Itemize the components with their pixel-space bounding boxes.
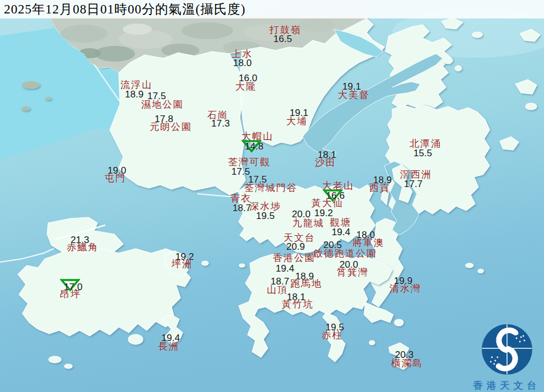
station-temp-value: 16.5 xyxy=(273,34,292,44)
weather-map-page: 16.5打鼓嶺18.0上水16.0大隴18.9流浮山17.5濕地公園17.8元朗… xyxy=(0,0,544,392)
station-name-label: 跑馬地 xyxy=(290,279,322,288)
station-name-label: 青衣 xyxy=(230,194,252,203)
station-name-label: 黃竹坑 xyxy=(282,300,314,309)
station-temp-value: 19.5 xyxy=(256,211,275,221)
station-name-label: 九龍城 xyxy=(292,218,324,228)
station-name-label: 坪洲 xyxy=(171,259,193,269)
station-name-label: 荃灣城門谷 xyxy=(244,183,297,193)
station-temp-value: 19.4 xyxy=(332,227,350,237)
station-name-label: 大美督 xyxy=(338,90,370,100)
station-temp-value: 19.2 xyxy=(314,208,333,218)
station-name-label: 天文台 xyxy=(283,233,315,242)
station-name-label: 橫瀾島 xyxy=(391,358,423,368)
station-name-label: 清水灣 xyxy=(389,284,421,293)
station-name-label: 荃灣可觀 xyxy=(228,157,271,167)
station-name-label: 長洲 xyxy=(158,342,179,351)
station-name-label: 赤鱲角 xyxy=(67,242,99,252)
station-name-label: 打鼓嶺 xyxy=(269,25,301,35)
station-name-label: 深水埗 xyxy=(249,202,281,211)
station-temp-value: 14.8 xyxy=(245,142,263,151)
station-name-label: 元朗公園 xyxy=(150,122,192,132)
station-name-label: 大隴 xyxy=(235,82,257,91)
station-name-label: 將軍澳 xyxy=(352,238,384,248)
station-temp-value: 20.9 xyxy=(286,242,305,251)
station-name-label: 流浮山 xyxy=(120,80,152,90)
station-name-label: 屯門 xyxy=(105,174,126,183)
station-name-label: 西貢 xyxy=(369,183,390,193)
station-temp-value: 18.7 xyxy=(233,203,251,213)
station-name-label: 沙田 xyxy=(315,158,336,167)
station-name-label: 黃大仙 xyxy=(311,198,343,208)
station-temp-value: 17.5 xyxy=(231,167,250,176)
station-name-label: 滘西洲 xyxy=(400,170,432,179)
hko-logo: 香港天文台 HONG KONG OBSERVATORY xyxy=(463,323,544,392)
station-temp-value: 18.0 xyxy=(233,58,252,68)
station-temp-value: 17.7 xyxy=(404,179,422,189)
station-name-label: 上水 xyxy=(231,49,253,59)
station-name-label: 赤柱 xyxy=(322,330,343,340)
station-temp-value: 18.9 xyxy=(125,90,143,99)
station-name-label: 濕地公園 xyxy=(141,100,184,109)
station-name-label: 北潭涌 xyxy=(410,139,441,148)
station-name-label: 啟德跑道公園 xyxy=(313,249,377,258)
page-title: 2025年12月08日01時00分的氣溫(攝氏度) xyxy=(4,2,245,17)
hko-name-chinese: 香港天文台 xyxy=(467,379,544,392)
title-bar: 2025年12月08日01時00分的氣溫(攝氏度) xyxy=(0,0,544,18)
station-name-label: 山頂 xyxy=(267,285,288,295)
station-name-label: 昂坪 xyxy=(60,290,81,299)
station-name-label: 香港公園 xyxy=(273,253,315,263)
hko-emblem-icon xyxy=(463,323,544,376)
station-name-label: 筲箕灣 xyxy=(337,268,369,277)
station-name-label: 大老山 xyxy=(322,181,354,190)
station-name-label: 大帽山 xyxy=(241,132,273,141)
station-name-label: 觀塘 xyxy=(330,218,351,227)
station-name-label: 石崗 xyxy=(207,110,229,120)
station-name-label: 大埔 xyxy=(286,116,308,126)
station-temp-value: 19.4 xyxy=(276,264,294,273)
station-temp-value: 15.5 xyxy=(413,148,432,158)
